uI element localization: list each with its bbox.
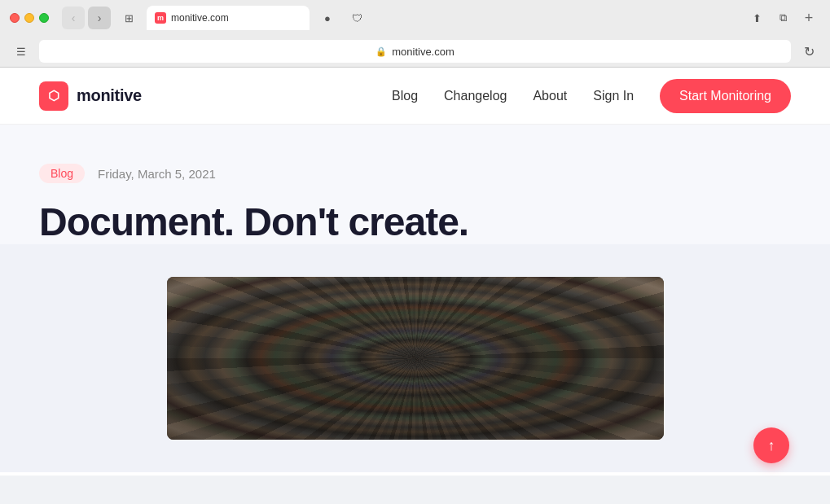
tab-overview-icon[interactable]: ⧉	[771, 7, 794, 29]
nav-blog-link[interactable]: Blog	[392, 89, 418, 103]
address-bar[interactable]: 🔒 monitive.com	[39, 40, 791, 63]
active-tab[interactable]: m monitive.com	[147, 6, 310, 30]
lock-icon: 🔒	[375, 46, 387, 57]
blog-meta: Blog Friday, March 5, 2021	[39, 164, 791, 183]
minimize-button[interactable]	[24, 13, 34, 23]
logo-text: monitive	[77, 86, 142, 105]
shield-icon[interactable]: 🛡	[345, 7, 368, 29]
site-navigation: ⬡ monitive Blog Changelog About Sign In …	[0, 68, 830, 125]
back-button[interactable]: ‹	[62, 7, 85, 29]
maximize-button[interactable]	[39, 13, 49, 23]
reader-view-icon[interactable]: ☰	[10, 40, 33, 63]
nav-links: Blog Changelog About Sign In Start Monit…	[392, 79, 791, 113]
scroll-to-top-button[interactable]: ↑	[753, 427, 789, 463]
blog-date: Friday, March 5, 2021	[98, 167, 216, 181]
refresh-button[interactable]: ↻	[797, 40, 820, 63]
tab-favicon: m	[155, 12, 166, 24]
url-text: monitive.com	[392, 46, 455, 58]
traffic-lights	[10, 13, 49, 23]
nav-about-link[interactable]: About	[533, 89, 567, 103]
nav-buttons: ‹ ›	[62, 7, 111, 29]
title-bar: ‹ › ⊞ m monitive.com ● 🛡 ⬆ ⧉ +	[0, 0, 830, 36]
privacy-icon[interactable]: ●	[316, 7, 339, 29]
tab-title: monitive.com	[171, 12, 229, 24]
blog-body	[0, 244, 830, 472]
right-browser-icons: ⬆ ⧉ +	[745, 7, 820, 29]
logo-icon-text: ⬡	[48, 88, 59, 103]
browser-chrome: ‹ › ⊞ m monitive.com ● 🛡 ⬆ ⧉ + ☰ 🔒 monit…	[0, 0, 830, 68]
new-tab-button[interactable]: +	[797, 7, 820, 29]
share-icon[interactable]: ⬆	[745, 7, 768, 29]
nav-signin-link[interactable]: Sign In	[593, 89, 634, 103]
nav-changelog-link[interactable]: Changelog	[444, 89, 507, 103]
blog-hero: Blog Friday, March 5, 2021 Document. Don…	[0, 125, 830, 244]
address-bar-row: ☰ 🔒 monitive.com ↻	[0, 36, 830, 67]
blog-image	[167, 277, 664, 440]
close-button[interactable]	[10, 13, 20, 23]
blog-tag: Blog	[39, 164, 85, 183]
blog-title: Document. Don't create.	[39, 199, 791, 244]
website-content: ⬡ monitive Blog Changelog About Sign In …	[0, 68, 830, 476]
forward-button[interactable]: ›	[88, 7, 111, 29]
start-monitoring-button[interactable]: Start Monitoring	[660, 79, 791, 113]
sidebar-toggle-icon[interactable]: ⊞	[117, 7, 140, 29]
logo-icon: ⬡	[39, 81, 68, 111]
spiral-image-visual	[167, 277, 664, 440]
site-logo[interactable]: ⬡ monitive	[39, 81, 142, 111]
